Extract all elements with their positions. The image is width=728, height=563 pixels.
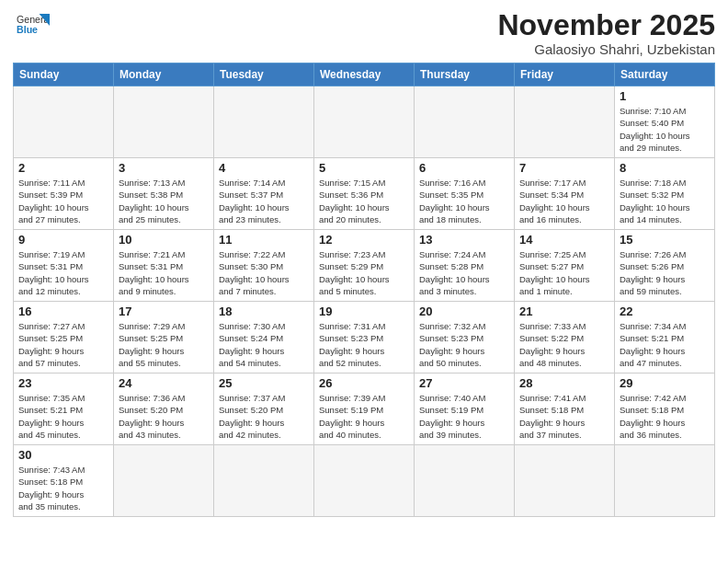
calendar-cell: 16Sunrise: 7:27 AMSunset: 5:25 PMDayligh… xyxy=(14,302,114,373)
day-info: Sunrise: 7:41 AMSunset: 5:18 PMDaylight:… xyxy=(519,392,609,441)
day-info: Sunrise: 7:16 AMSunset: 5:35 PMDaylight:… xyxy=(419,177,509,225)
logo: General Blue xyxy=(13,9,50,46)
title-block: November 2025 Galaosiyo Shahri, Uzbekist… xyxy=(497,9,715,57)
calendar-cell: 9Sunrise: 7:19 AMSunset: 5:31 PMDaylight… xyxy=(14,230,114,302)
calendar-cell xyxy=(214,445,314,517)
calendar-cell xyxy=(515,86,615,158)
day-info: Sunrise: 7:43 AMSunset: 5:18 PMDaylight:… xyxy=(18,464,108,512)
calendar-cell: 23Sunrise: 7:35 AMSunset: 5:21 PMDayligh… xyxy=(14,373,114,445)
day-number: 1 xyxy=(620,89,710,103)
calendar-cell: 4Sunrise: 7:14 AMSunset: 5:37 PMDaylight… xyxy=(214,158,314,230)
calendar-week-row: 2Sunrise: 7:11 AMSunset: 5:39 PMDaylight… xyxy=(14,158,715,230)
calendar-cell: 8Sunrise: 7:18 AMSunset: 5:32 PMDaylight… xyxy=(615,158,715,230)
calendar-cell xyxy=(415,445,515,517)
calendar-cell: 13Sunrise: 7:24 AMSunset: 5:28 PMDayligh… xyxy=(415,230,515,302)
calendar-cell xyxy=(415,86,515,158)
day-number: 10 xyxy=(119,233,209,247)
calendar-cell: 26Sunrise: 7:39 AMSunset: 5:19 PMDayligh… xyxy=(314,373,415,445)
day-number: 16 xyxy=(18,304,108,318)
calendar-cell: 22Sunrise: 7:34 AMSunset: 5:21 PMDayligh… xyxy=(615,302,715,373)
day-info: Sunrise: 7:33 AMSunset: 5:22 PMDaylight:… xyxy=(519,320,609,369)
col-header-saturday: Saturday xyxy=(615,63,715,86)
day-number: 8 xyxy=(620,161,710,175)
calendar-week-row: 1Sunrise: 7:10 AMSunset: 5:40 PMDaylight… xyxy=(14,86,715,158)
day-number: 19 xyxy=(319,304,409,318)
day-info: Sunrise: 7:30 AMSunset: 5:24 PMDaylight:… xyxy=(219,320,309,369)
calendar-cell xyxy=(615,445,715,517)
day-number: 22 xyxy=(620,304,710,318)
day-info: Sunrise: 7:24 AMSunset: 5:28 PMDaylight:… xyxy=(419,248,509,297)
month-year-title: November 2025 xyxy=(497,9,715,41)
day-number: 24 xyxy=(119,376,209,390)
calendar-cell: 27Sunrise: 7:40 AMSunset: 5:19 PMDayligh… xyxy=(415,373,515,445)
day-number: 20 xyxy=(419,304,509,318)
col-header-monday: Monday xyxy=(114,63,214,86)
calendar-week-row: 9Sunrise: 7:19 AMSunset: 5:31 PMDaylight… xyxy=(14,230,715,302)
calendar-cell: 17Sunrise: 7:29 AMSunset: 5:25 PMDayligh… xyxy=(114,302,214,373)
calendar-cell xyxy=(114,445,214,517)
calendar-cell: 14Sunrise: 7:25 AMSunset: 5:27 PMDayligh… xyxy=(515,230,615,302)
day-number: 29 xyxy=(620,376,710,390)
day-number: 11 xyxy=(219,233,309,247)
day-info: Sunrise: 7:19 AMSunset: 5:31 PMDaylight:… xyxy=(18,248,108,297)
calendar-cell: 2Sunrise: 7:11 AMSunset: 5:39 PMDaylight… xyxy=(14,158,114,230)
day-number: 12 xyxy=(319,233,409,247)
day-info: Sunrise: 7:40 AMSunset: 5:19 PMDaylight:… xyxy=(419,392,509,441)
header: General Blue November 2025 Galaosiyo Sha… xyxy=(13,9,715,57)
day-number: 3 xyxy=(119,161,209,175)
calendar-week-row: 23Sunrise: 7:35 AMSunset: 5:21 PMDayligh… xyxy=(14,373,715,445)
col-header-wednesday: Wednesday xyxy=(314,63,415,86)
calendar-cell: 3Sunrise: 7:13 AMSunset: 5:38 PMDaylight… xyxy=(114,158,214,230)
day-number: 4 xyxy=(219,161,309,175)
day-number: 14 xyxy=(519,233,609,247)
logo-icon: General Blue xyxy=(17,9,50,42)
col-header-thursday: Thursday xyxy=(415,63,515,86)
day-number: 18 xyxy=(219,304,309,318)
calendar-table: SundayMondayTuesdayWednesdayThursdayFrid… xyxy=(13,63,715,517)
calendar-cell: 10Sunrise: 7:21 AMSunset: 5:31 PMDayligh… xyxy=(114,230,214,302)
day-number: 30 xyxy=(18,448,108,462)
day-info: Sunrise: 7:26 AMSunset: 5:26 PMDaylight:… xyxy=(620,248,710,297)
calendar-week-row: 16Sunrise: 7:27 AMSunset: 5:25 PMDayligh… xyxy=(14,302,715,373)
day-number: 15 xyxy=(620,233,710,247)
calendar-cell: 7Sunrise: 7:17 AMSunset: 5:34 PMDaylight… xyxy=(515,158,615,230)
col-header-friday: Friday xyxy=(515,63,615,86)
calendar-cell: 29Sunrise: 7:42 AMSunset: 5:18 PMDayligh… xyxy=(615,373,715,445)
calendar-cell: 5Sunrise: 7:15 AMSunset: 5:36 PMDaylight… xyxy=(314,158,415,230)
day-number: 23 xyxy=(18,376,108,390)
calendar-week-row: 30Sunrise: 7:43 AMSunset: 5:18 PMDayligh… xyxy=(14,445,715,517)
day-number: 9 xyxy=(18,233,108,247)
day-info: Sunrise: 7:25 AMSunset: 5:27 PMDaylight:… xyxy=(519,248,609,297)
day-number: 2 xyxy=(18,161,108,175)
day-number: 5 xyxy=(319,161,409,175)
calendar-cell: 19Sunrise: 7:31 AMSunset: 5:23 PMDayligh… xyxy=(314,302,415,373)
calendar-cell xyxy=(314,445,415,517)
day-info: Sunrise: 7:42 AMSunset: 5:18 PMDaylight:… xyxy=(620,392,710,441)
calendar-cell: 21Sunrise: 7:33 AMSunset: 5:22 PMDayligh… xyxy=(515,302,615,373)
calendar-cell: 12Sunrise: 7:23 AMSunset: 5:29 PMDayligh… xyxy=(314,230,415,302)
day-info: Sunrise: 7:36 AMSunset: 5:20 PMDaylight:… xyxy=(119,392,209,441)
calendar-header-row: SundayMondayTuesdayWednesdayThursdayFrid… xyxy=(14,63,715,86)
location-subtitle: Galaosiyo Shahri, Uzbekistan xyxy=(497,41,715,57)
svg-text:Blue: Blue xyxy=(17,24,38,35)
day-number: 7 xyxy=(519,161,609,175)
day-number: 21 xyxy=(519,304,609,318)
day-number: 17 xyxy=(119,304,209,318)
day-number: 25 xyxy=(219,376,309,390)
day-info: Sunrise: 7:18 AMSunset: 5:32 PMDaylight:… xyxy=(620,177,710,225)
calendar-cell xyxy=(14,86,114,158)
day-number: 26 xyxy=(319,376,409,390)
day-info: Sunrise: 7:32 AMSunset: 5:23 PMDaylight:… xyxy=(419,320,509,369)
col-header-tuesday: Tuesday xyxy=(214,63,314,86)
calendar-cell xyxy=(114,86,214,158)
day-info: Sunrise: 7:13 AMSunset: 5:38 PMDaylight:… xyxy=(119,177,209,225)
day-info: Sunrise: 7:10 AMSunset: 5:40 PMDaylight:… xyxy=(620,105,710,154)
day-info: Sunrise: 7:31 AMSunset: 5:23 PMDaylight:… xyxy=(319,320,409,369)
day-info: Sunrise: 7:39 AMSunset: 5:19 PMDaylight:… xyxy=(319,392,409,441)
day-number: 28 xyxy=(519,376,609,390)
day-info: Sunrise: 7:14 AMSunset: 5:37 PMDaylight:… xyxy=(219,177,309,225)
day-info: Sunrise: 7:34 AMSunset: 5:21 PMDaylight:… xyxy=(620,320,710,369)
day-info: Sunrise: 7:23 AMSunset: 5:29 PMDaylight:… xyxy=(319,248,409,297)
calendar-cell: 6Sunrise: 7:16 AMSunset: 5:35 PMDaylight… xyxy=(415,158,515,230)
day-info: Sunrise: 7:29 AMSunset: 5:25 PMDaylight:… xyxy=(119,320,209,369)
